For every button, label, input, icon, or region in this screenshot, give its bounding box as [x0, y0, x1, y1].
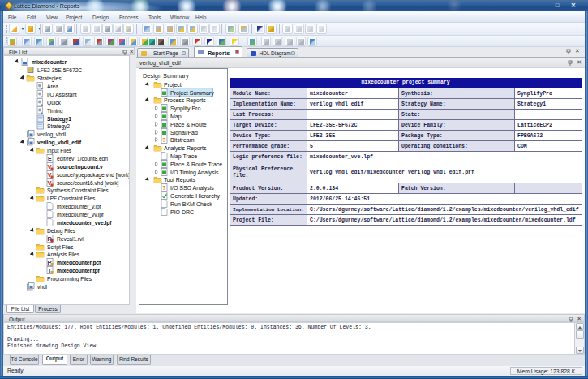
svg-text:E: E: [48, 155, 52, 161]
svg-text:?: ?: [162, 137, 165, 143]
svg-text:?: ?: [162, 185, 165, 191]
